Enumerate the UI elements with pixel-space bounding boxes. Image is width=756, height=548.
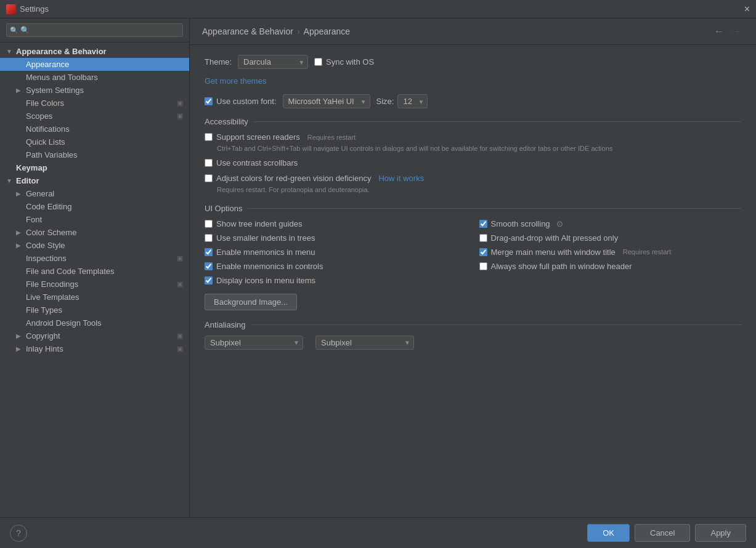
sidebar-item-path-variables[interactable]: Path Variables [0,148,189,161]
requires-restart-label: Requires restart [307,134,356,141]
main-layout: 🔍 ▼ Appearance & Behavior Appearance Men… [0,18,756,517]
display-icons-checkbox[interactable] [205,276,213,284]
smaller-indents-checkbox[interactable] [205,234,213,242]
drag-drop-label[interactable]: Drag-and-drop with Alt pressed only [491,233,619,243]
sidebar-item-copyright[interactable]: ▶ Copyright ▣ [0,329,189,342]
breadcrumb-current: Appearance [304,26,351,36]
chevron-right-icon: ▶ [16,190,26,197]
always-full-path-checkbox[interactable] [479,262,487,270]
sidebar-item-system-settings[interactable]: ▶ System Settings [0,84,189,97]
screen-readers-checkbox[interactable] [205,133,213,141]
settings-icon: ▣ [177,99,183,107]
always-full-path-label[interactable]: Always show full path in window header [491,262,632,271]
size-dropdown[interactable]: 10 11 12 13 14 [397,94,428,108]
antialiasing-ide-wrap: Subpixel Greyscale No antialiasing ▼ [205,336,303,350]
enable-mnemonics-menu-label[interactable]: Enable mnemonics in menu [216,248,315,257]
sidebar-item-inspections[interactable]: Inspections ▣ [0,252,189,265]
sidebar-item-code-editing[interactable]: Code Editing [0,200,189,213]
sync-with-os-label[interactable]: Sync with OS [326,57,374,66]
window-title: Settings [20,4,49,14]
adjust-colors-checkbox[interactable] [205,174,213,182]
close-button[interactable]: × [744,4,750,14]
sidebar-item-color-scheme[interactable]: ▶ Color Scheme [0,226,189,239]
sidebar-item-file-colors[interactable]: File Colors ▣ [0,97,189,110]
sidebar-item-appearance[interactable]: Appearance [0,58,189,71]
settings-icon: ▣ [177,112,183,120]
chevron-right-icon: ▶ [16,229,26,236]
sidebar-item-file-encodings[interactable]: File Encodings ▣ [0,278,189,291]
back-button[interactable]: ← [712,25,726,38]
always-full-path-row: Always show full path in window header [479,262,742,271]
breadcrumb-separator: › [297,26,300,36]
drag-drop-checkbox[interactable] [479,234,487,242]
sidebar-item-editor[interactable]: ▼ Editor [0,174,189,187]
background-image-button[interactable]: Background Image... [205,294,297,310]
size-label: Size: [376,97,394,106]
how-it-works-link[interactable]: How it works [378,174,424,183]
get-more-themes-link[interactable]: Get more themes [205,76,741,86]
antialiasing-ide-dropdown[interactable]: Subpixel Greyscale No antialiasing [205,336,303,350]
settings-icon: ▣ [177,345,183,353]
enable-mnemonics-controls-checkbox[interactable] [205,262,213,270]
forward-button[interactable]: → [729,25,744,38]
breadcrumb: Appearance & Behavior › Appearance [202,26,712,36]
sidebar-item-android-design-tools[interactable]: Android Design Tools [0,316,189,329]
adjust-colors-row: Adjust colors for red-green vision defic… [205,174,741,183]
sidebar-item-notifications[interactable]: Notifications [0,123,189,135]
show-tree-indent-checkbox[interactable] [205,220,213,228]
drag-drop-row: Drag-and-drop with Alt pressed only [479,233,742,243]
screen-readers-hint: Ctrl+Tab and Ctrl+Shift+Tab will navigat… [217,144,741,153]
sidebar-item-quick-lists[interactable]: Quick Lists [0,135,189,148]
smaller-indents-label[interactable]: Use smaller indents in trees [216,233,315,243]
antialiasing-editor-wrap: Subpixel Greyscale ▼ [315,336,414,350]
sidebar-item-code-style[interactable]: ▶ Code Style [0,239,189,252]
ok-button[interactable]: OK [587,524,630,542]
sidebar-item-file-code-templates[interactable]: File and Code Templates [0,265,189,278]
sidebar-item-font[interactable]: Font [0,213,189,226]
sidebar-item-general[interactable]: ▶ General [0,187,189,200]
sidebar-item-appearance-behavior[interactable]: ▼ Appearance & Behavior [0,45,189,58]
theme-dropdown-wrap: Darcula IntelliJ Light High Contrast ▼ [238,55,308,69]
content-panel: Appearance & Behavior › Appearance ← → T… [190,18,756,517]
smooth-scrolling-checkbox[interactable] [479,220,487,228]
adjust-colors-label[interactable]: Adjust colors for red-green vision defic… [216,174,371,183]
enable-mnemonics-menu-row: Enable mnemonics in menu [205,248,467,257]
sidebar-tree: ▼ Appearance & Behavior Appearance Menus… [0,42,189,517]
enable-mnemonics-controls-label[interactable]: Enable mnemonics in controls [216,262,323,271]
content-body: Theme: Darcula IntelliJ Light High Contr… [190,45,756,517]
merge-menu-requires-restart: Requires restart [623,248,671,256]
contrast-scrollbars-label[interactable]: Use contrast scrollbars [216,158,298,167]
merge-main-menu-label[interactable]: Merge main menu with window title [491,248,616,257]
sync-with-os-checkbox[interactable] [314,58,322,66]
cancel-button[interactable]: Cancel [635,524,690,542]
font-dropdown-wrap: Microsoft YaHei UI Arial Segoe UI ▼ [283,94,370,108]
content-header: Appearance & Behavior › Appearance ← → [190,18,756,45]
display-icons-label[interactable]: Display icons in menu items [216,276,315,285]
sidebar-item-scopes[interactable]: Scopes ▣ [0,110,189,123]
show-tree-indent-label[interactable]: Show tree indent guides [216,219,302,228]
app-icon [6,4,16,14]
screen-readers-label[interactable]: Support screen readers [216,132,300,142]
apply-button[interactable]: Apply [695,524,746,542]
contrast-scrollbars-checkbox[interactable] [205,159,213,167]
theme-row: Theme: Darcula IntelliJ Light High Contr… [205,55,741,69]
theme-dropdown[interactable]: Darcula IntelliJ Light High Contrast [238,55,308,69]
smooth-scrolling-label[interactable]: Smooth scrolling [491,219,550,228]
sidebar-item-keymap[interactable]: Keymap [0,161,189,174]
sidebar-item-menus-toolbars[interactable]: Menus and Toolbars [0,71,189,84]
antialiasing-editor-dropdown[interactable]: Subpixel Greyscale [315,336,414,350]
title-bar: Settings × [0,0,756,18]
sidebar-item-file-types[interactable]: File Types [0,304,189,316]
use-custom-font-label[interactable]: Use custom font: [216,97,277,106]
help-button[interactable]: ? [10,525,27,542]
smooth-scrolling-row: Smooth scrolling ⊙ [479,219,742,228]
search-input[interactable] [6,23,183,37]
font-dropdown[interactable]: Microsoft YaHei UI Arial Segoe UI [283,94,370,108]
enable-mnemonics-menu-checkbox[interactable] [205,248,213,256]
sidebar-item-inlay-hints[interactable]: ▶ Inlay Hints ▣ [0,342,189,355]
custom-font-row: Use custom font: Microsoft YaHei UI Aria… [205,94,741,108]
merge-main-menu-checkbox[interactable] [479,248,487,256]
use-custom-font-checkbox[interactable] [205,97,213,105]
sidebar-item-live-templates[interactable]: Live Templates [0,291,189,304]
chevron-right-icon: ▶ [16,87,26,94]
